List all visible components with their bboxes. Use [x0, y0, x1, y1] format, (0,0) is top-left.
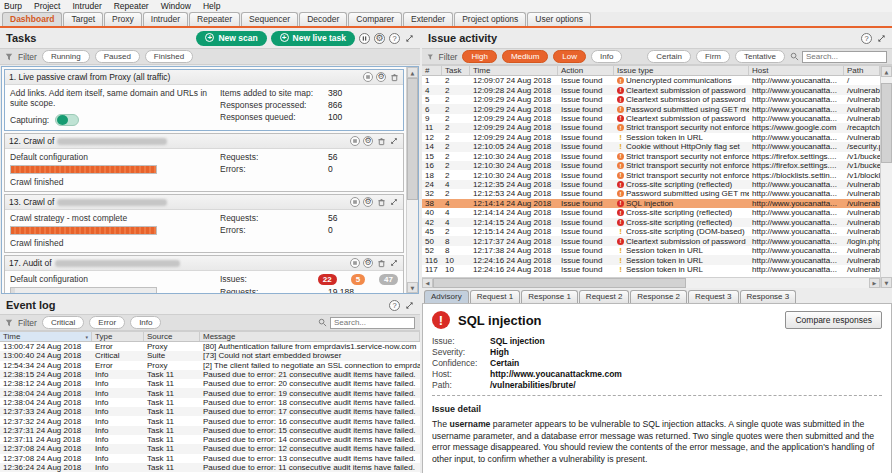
issue-row[interactable]: 38412:14:14 24 Aug 2018Issue found!SQL i… — [422, 199, 880, 208]
expand-task-icon[interactable] — [389, 197, 399, 207]
compare-responses-button[interactable]: Compare responses — [785, 311, 882, 329]
issue-row[interactable]: 15212:10:30 24 Aug 2018Issue found!Stric… — [422, 152, 880, 161]
table-row[interactable]: 12:38:04 24 Aug 2018InfoTask 11Paused du… — [0, 388, 420, 397]
issue-row[interactable]: 16212:10:30 24 Aug 2018Issue found!Stric… — [422, 161, 880, 170]
issue-row[interactable]: 1171012:24:16 24 Aug 2018Issue found!Ses… — [422, 265, 880, 274]
confidence-filter-tentative[interactable]: Tentative — [735, 50, 785, 63]
column-header-host[interactable]: Host — [749, 66, 844, 75]
help-icon[interactable]: ? — [389, 33, 400, 44]
confidence-filter-certain[interactable]: Certain — [647, 50, 691, 63]
scroll-right-icon[interactable]: ▶ — [869, 278, 880, 288]
task-card[interactable]: 13. Crawl of⚙Crawl strategy - most compl… — [4, 194, 404, 253]
column-header-task[interactable]: Task — [442, 66, 470, 75]
tab-user-options[interactable]: User options — [527, 12, 591, 26]
settings-gear-icon[interactable]: ⚙ — [374, 33, 385, 44]
task-settings-gear-icon[interactable]: ⚙ — [376, 72, 386, 82]
task-settings-gear-icon[interactable]: ⚙ — [363, 136, 373, 146]
pause-task-icon[interactable] — [363, 72, 373, 82]
menu-item-burp[interactable]: Burp — [4, 1, 22, 11]
issue-row[interactable]: 1212:09:07 24 Aug 2018Issue found!Unencr… — [422, 76, 880, 85]
issue-row[interactable]: 50812:17:37 24 Aug 2018Issue found!Clear… — [422, 236, 880, 245]
capturing-toggle[interactable] — [55, 114, 79, 126]
tab-dashboard[interactable]: Dashboard — [2, 12, 62, 26]
issue-row[interactable]: 52812:17:38 24 Aug 2018Issue found!Sessi… — [422, 246, 880, 255]
task-filter-paused[interactable]: Paused — [95, 50, 140, 63]
new-live-task-button[interactable]: +New live task — [271, 31, 355, 46]
new-scan-button[interactable]: +New scan — [196, 31, 266, 46]
tab-target[interactable]: Target — [63, 12, 103, 26]
table-row[interactable]: 12:37:08 24 Aug 2018InfoTask 11Paused du… — [0, 454, 420, 463]
table-row[interactable]: 12:54:34 24 Aug 2018ErrorProxy[2] The cl… — [0, 361, 420, 370]
issue-row[interactable]: 14212:10:05 24 Aug 2018Issue found!Cooki… — [422, 142, 880, 151]
help-icon[interactable]: ? — [389, 300, 400, 311]
issue-row[interactable]: 1161012:24:16 24 Aug 2018Issue found!Ses… — [422, 255, 880, 264]
table-row[interactable]: 12:38:04 24 Aug 2018InfoTask 11Paused du… — [0, 398, 420, 407]
expand-task-icon[interactable] — [389, 136, 399, 146]
event-log-search-input[interactable] — [330, 317, 415, 329]
issue-row[interactable]: 6212:09:29 24 Aug 2018Issue found!Passwo… — [422, 104, 880, 113]
detail-tab-request-1[interactable]: Request 1 — [470, 290, 520, 303]
issue-row[interactable]: 4212:09:28 24 Aug 2018Issue found!Cleart… — [422, 85, 880, 94]
issue-scrollbar[interactable]: ▲ ▼ — [880, 66, 892, 288]
event-filter-error[interactable]: Error — [89, 316, 125, 329]
table-row[interactable]: 12:38:12 24 Aug 2018InfoTask 11Paused du… — [0, 379, 420, 388]
table-row[interactable]: 12:36:24 24 Aug 2018InfoTask 11Paused du… — [0, 463, 420, 472]
expand-panel-icon[interactable] — [404, 33, 414, 43]
confidence-filter-firm[interactable]: Firm — [696, 50, 730, 63]
detail-tab-response-1[interactable]: Response 1 — [521, 290, 578, 303]
issue-row[interactable]: 12212:09:29 24 Aug 2018Issue found!Sessi… — [422, 133, 880, 142]
table-row[interactable]: 12:37:08 24 Aug 2018InfoTask 11Paused du… — [0, 444, 420, 453]
severity-filter-high[interactable]: High — [462, 50, 496, 63]
detail-tab-advisory[interactable]: Advisory — [424, 290, 469, 303]
tab-comparer[interactable]: Comparer — [348, 12, 402, 26]
table-row[interactable]: 12:37:31 24 Aug 2018InfoTask 11Paused du… — [0, 426, 420, 435]
tasks-scrollbar[interactable]: ▲ ▼ — [406, 67, 418, 293]
issue-row[interactable]: 45212:15:14 24 Aug 2018Issue found!Cross… — [422, 227, 880, 236]
column-header-action[interactable]: Action — [558, 66, 614, 75]
table-row[interactable]: 13:00:40 24 Aug 2018CriticalSuite[73] Co… — [0, 351, 420, 360]
detail-tab-response-2[interactable]: Response 2 — [630, 290, 687, 303]
pause-all-icon[interactable] — [359, 33, 370, 44]
issue-row[interactable]: 24412:12:35 24 Aug 2018Issue found!Cross… — [422, 180, 880, 189]
table-row[interactable]: 13:00:47 24 Aug 2018ErrorProxy[80] Authe… — [0, 342, 420, 351]
task-filter-running[interactable]: Running — [42, 50, 90, 63]
event-filter-info[interactable]: Info — [130, 316, 161, 329]
tab-extender[interactable]: Extender — [403, 12, 453, 26]
menu-item-repeater[interactable]: Repeater — [114, 1, 149, 11]
column-header-type[interactable]: Type — [92, 332, 144, 341]
scroll-down-icon[interactable]: ▼ — [881, 277, 892, 288]
detail-tab-request-3[interactable]: Request 3 — [688, 290, 738, 303]
issue-row[interactable]: 11212:09:29 24 Aug 2018Issue found!Stric… — [422, 123, 880, 132]
menu-item-help[interactable]: Help — [203, 1, 220, 11]
issue-search-input[interactable] — [802, 51, 887, 63]
tab-decoder[interactable]: Decoder — [299, 12, 347, 26]
delete-task-icon[interactable] — [389, 72, 399, 82]
pause-task-icon[interactable] — [350, 258, 360, 268]
issue-row[interactable]: 32212:12:53 24 Aug 2018Issue found!Passw… — [422, 189, 880, 198]
task-card[interactable]: 12. Crawl of⚙Default configurationCrawl … — [4, 133, 404, 192]
scroll-down-icon[interactable]: ▼ — [407, 282, 418, 293]
delete-task-icon[interactable] — [376, 258, 386, 268]
menu-item-intruder[interactable]: Intruder — [72, 1, 101, 11]
tab-project-options[interactable]: Project options — [454, 12, 526, 26]
detail-tab-request-2[interactable]: Request 2 — [579, 290, 629, 303]
column-header-path[interactable]: Path — [844, 66, 880, 75]
severity-filter-low[interactable]: Low — [553, 50, 586, 63]
column-header-time[interactable]: Time — [470, 66, 558, 75]
table-row[interactable]: 12:37:11 24 Aug 2018InfoTask 11Paused du… — [0, 435, 420, 444]
event-filter-critical[interactable]: Critical — [42, 316, 84, 329]
column-header-source[interactable]: Source — [144, 332, 200, 341]
column-header-num[interactable]: # — [422, 66, 442, 75]
issue-row[interactable]: 42412:14:15 24 Aug 2018Issue found!Cross… — [422, 218, 880, 227]
scroll-up-icon[interactable]: ▲ — [881, 66, 892, 77]
tab-repeater[interactable]: Repeater — [189, 12, 240, 26]
task-card[interactable]: 17. Audit of⚙Default configurationAuditi… — [4, 255, 404, 293]
expand-panel-icon[interactable] — [876, 33, 886, 43]
column-header-message[interactable]: Message — [200, 332, 420, 341]
issue-row[interactable]: 5212:09:29 24 Aug 2018Issue found!Cleart… — [422, 95, 880, 104]
menu-item-project[interactable]: Project — [34, 1, 60, 11]
delete-task-icon[interactable] — [376, 136, 386, 146]
tab-sequencer[interactable]: Sequencer — [241, 12, 298, 26]
task-settings-gear-icon[interactable]: ⚙ — [363, 197, 373, 207]
column-header-time[interactable]: Time▾ — [0, 332, 92, 341]
